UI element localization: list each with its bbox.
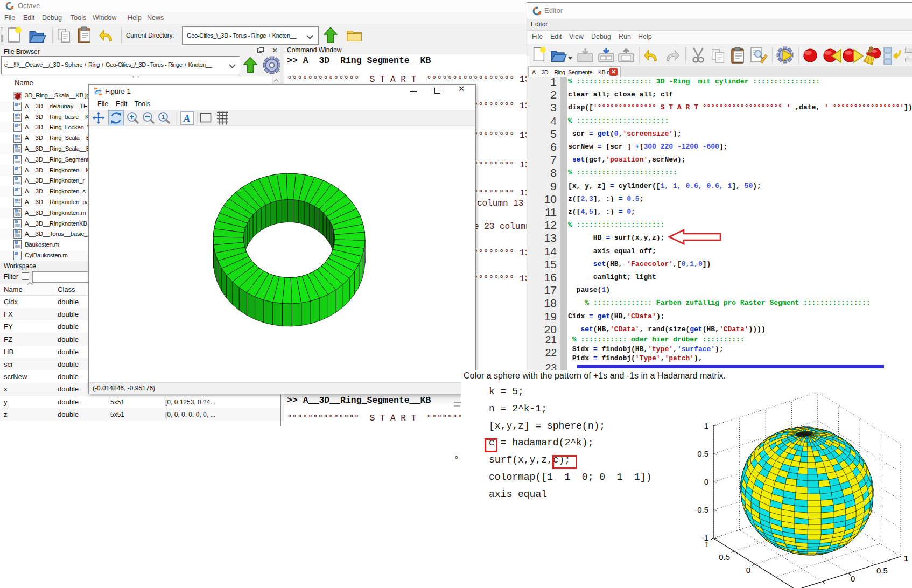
svg-text:1: 1 bbox=[162, 114, 165, 120]
svg-text:A: A bbox=[183, 113, 191, 124]
svg-text:0: 0 bbox=[851, 574, 855, 583]
svg-text:0.5: 0.5 bbox=[876, 566, 888, 575]
svg-text:1: 1 bbox=[904, 554, 908, 563]
svg-text:0: 0 bbox=[746, 565, 750, 575]
svg-text:-0.5: -0.5 bbox=[694, 505, 708, 514]
svg-text:1: 1 bbox=[705, 540, 709, 549]
svg-text:0.5: 0.5 bbox=[697, 449, 708, 458]
svg-text:0.5: 0.5 bbox=[719, 552, 730, 562]
svg-text:1: 1 bbox=[704, 421, 708, 430]
svg-text:0: 0 bbox=[704, 477, 708, 486]
